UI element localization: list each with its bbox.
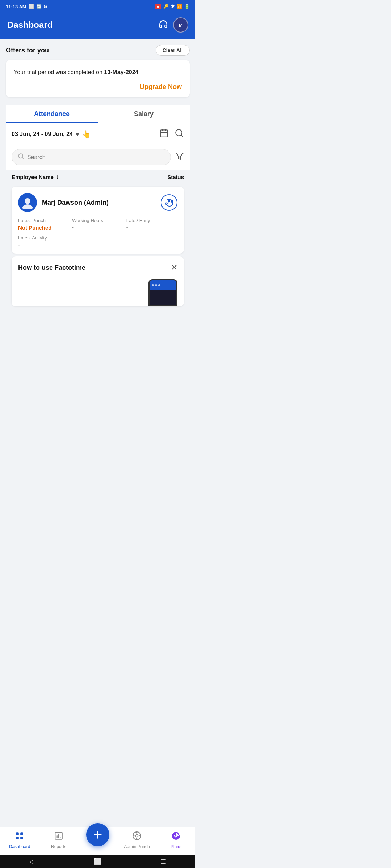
key-icon: 🔑 (163, 4, 169, 9)
main-content: Offers for you Clear All Your trial peri… (0, 39, 196, 365)
employee-info: Marj Dawson (Admin) (18, 193, 109, 212)
status-time: 11:13 AM (6, 4, 26, 9)
trial-card: Your trial period was completed on 13-Ma… (6, 60, 190, 97)
cast-icon: 🔄 (36, 4, 42, 9)
punch-icon-button[interactable] (161, 194, 177, 211)
header: Dashboard M (0, 13, 196, 39)
header-actions: M (159, 17, 188, 33)
bluetooth-icon: ✱ (171, 4, 175, 9)
late-early-value: - (126, 225, 177, 230)
sort-down-icon: ↓ (56, 174, 59, 180)
svg-text:M: M (178, 22, 182, 28)
offers-title: Offers for you (6, 47, 49, 54)
headset-icon[interactable] (159, 20, 168, 31)
filter-row: 03 Jun, 24 - 09 Jun, 24 ▾ 👆 (6, 123, 190, 145)
employee-avatar (18, 193, 37, 212)
svg-line-9 (22, 157, 23, 158)
search-input-icon (18, 153, 24, 161)
howto-close-button[interactable]: ✕ (171, 263, 177, 272)
working-hours-label: Working Hours (72, 218, 123, 223)
cursor-pointer-icon: 👆 (82, 130, 91, 139)
date-range-text: 03 Jun, 24 - 09 Jun, 24 (12, 131, 73, 137)
employee-card-header: Marj Dawson (Admin) (18, 193, 177, 212)
filter-icon[interactable] (175, 152, 184, 163)
search-icon[interactable] (175, 128, 184, 140)
phone-mockup (148, 279, 177, 306)
svg-rect-2 (160, 130, 168, 137)
calendar-icon[interactable] (159, 128, 169, 140)
svg-line-7 (181, 135, 183, 137)
svg-marker-10 (176, 153, 183, 159)
late-early-col: Late / Early - (126, 218, 177, 231)
status-col-header: Status (167, 174, 184, 180)
wifi-icon: 📶 (177, 4, 182, 9)
phone-screen (150, 280, 176, 290)
search-input-wrap (12, 149, 171, 165)
activity-row: Latest Activity - (18, 235, 177, 248)
date-range-selector[interactable]: 03 Jun, 24 - 09 Jun, 24 ▾ 👆 (12, 130, 91, 139)
google-icon: G (44, 4, 47, 9)
employee-name: Marj Dawson (Admin) (42, 199, 109, 207)
date-icons (159, 128, 184, 140)
table-header: Employee Name ↓ Status (6, 170, 190, 184)
clear-all-button[interactable]: Clear All (156, 45, 190, 56)
activity-value: - (18, 242, 177, 248)
page-title: Dashboard (7, 20, 52, 30)
latest-punch-value: Not Punched (18, 225, 69, 231)
tab-attendance[interactable]: Attendance (6, 105, 98, 123)
howto-header: How to use Factotime ✕ (18, 263, 177, 272)
activity-label: Latest Activity (18, 235, 177, 241)
svg-point-8 (18, 154, 23, 158)
chevron-down-icon: ▾ (76, 130, 79, 138)
battery-icon: 🔋 (184, 4, 190, 9)
working-hours-col: Working Hours - (72, 218, 123, 231)
avatar[interactable]: M (173, 17, 188, 33)
search-input[interactable] (27, 154, 165, 161)
svg-point-11 (25, 198, 30, 204)
howto-preview (18, 277, 177, 306)
svg-point-12 (22, 204, 33, 209)
employee-name-col-header[interactable]: Employee Name ↓ (12, 174, 59, 180)
tab-salary[interactable]: Salary (98, 105, 190, 123)
trial-date: 13-May-2024 (104, 69, 138, 75)
employee-card: Marj Dawson (Admin) Latest Punch Not Pun… (12, 187, 184, 254)
late-early-label: Late / Early (126, 218, 177, 223)
offers-header: Offers for you Clear All (6, 45, 190, 56)
screen-record-icon: ⬜ (29, 4, 34, 9)
howto-title: How to use Factotime (18, 264, 85, 272)
latest-punch-col: Latest Punch Not Punched (18, 218, 69, 231)
howto-card: How to use Factotime ✕ (12, 256, 184, 306)
status-bar: 11:13 AM ⬜ 🔄 G ● 🔑 ✱ 📶 🔋 (0, 0, 196, 13)
working-hours-value: - (72, 225, 123, 230)
trial-message: Your trial period was completed on 13-Ma… (14, 68, 182, 77)
latest-punch-label: Latest Punch (18, 218, 69, 223)
upgrade-now-button[interactable]: Upgrade Now (140, 83, 182, 90)
trial-message-prefix: Your trial period was completed on (14, 69, 104, 75)
tabs-container: Attendance Salary (6, 105, 190, 123)
camera-icon: ● (155, 4, 161, 9)
search-container (6, 145, 190, 170)
employee-details: Latest Punch Not Punched Working Hours -… (18, 218, 177, 231)
